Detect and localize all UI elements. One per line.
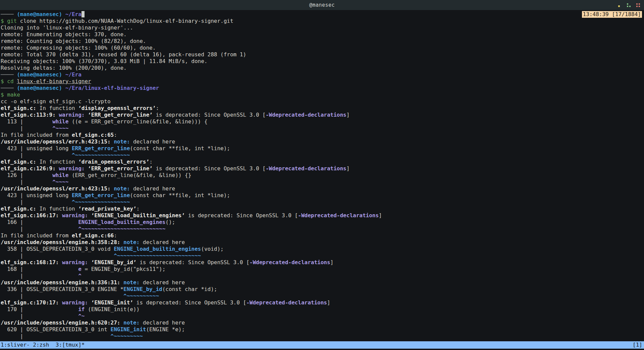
terminal-text-segment: (const char **file, int *line); (130, 192, 230, 198)
terminal-text-segment (88, 299, 91, 306)
terminal-text-segment: -Wdeprecated-declarations (266, 165, 346, 172)
terminal-text-segment (120, 279, 123, 286)
terminal-text-segment: Cloning into 'linux-elf-binary-signer'..… (1, 24, 133, 31)
terminal-line: /usr/include/openssl/err.h:423:15: note:… (1, 185, 644, 192)
terminal-text-segment: note: (123, 279, 140, 286)
terminal-line: 113 | while ((e = ERR_get_error_line(&fi… (1, 118, 644, 125)
terminal-text-segment (4, 18, 7, 24)
terminal-text-segment: declared here (130, 138, 175, 145)
terminal-window: @manesec ──── (mane@manesec) ~/Era $ git… (0, 0, 644, 350)
terminal-text-segment: $ (1, 92, 4, 98)
terminal-line: | ^~~~~~~~~~~~~~~~~~ (1, 152, 644, 159)
terminal-line: 336 | OSSL_DEPRECATEDIN_3_0 ENGINE *ENGI… (1, 286, 644, 293)
terminal-text-segment: declared here (140, 279, 185, 286)
terminal-text-segment: while (52, 172, 68, 178)
terminal-text-segment: 166 | (1, 219, 78, 225)
terminal-text-segment (56, 165, 59, 172)
terminal-line: 423 | unsigned long ERR_get_error_line(c… (1, 192, 644, 199)
terminal-text-segment: (ENGINE *e); (146, 326, 185, 333)
terminal-line: | ^ (1, 273, 644, 279)
minimize-icon[interactable] (618, 3, 621, 7)
terminal-text-segment: ^~~~~~~~~~~ (123, 293, 159, 299)
terminal-text-segment (4, 78, 7, 84)
terminal-text-segment: ] (346, 112, 350, 118)
terminal-line: $ git clone https://github.com/NUAA-Watc… (1, 18, 644, 24)
terminal-text-segment: (ERR_get_error_line(&file, &line)) {} (68, 172, 191, 178)
terminal-text-segment: -Wdeprecated-declarations (266, 112, 346, 118)
terminal-line: ──── (mane@manesec) ~/Era (1, 11, 644, 18)
terminal-text-segment: is deprecated: Since OpenSSL 3.0 [ (153, 112, 266, 118)
terminal-text-segment: make (7, 92, 20, 98)
terminal-text-segment: Resolving deltas: 100% (200/200), done. (1, 65, 127, 71)
terminal-line: elf_sign.c:168:17: warning: ‘ENGINE_by_i… (1, 259, 644, 266)
terminal-text-segment: ] (327, 299, 330, 306)
terminal-text-segment: : (137, 206, 140, 212)
terminal-text-segment: ‘display_openssl_errors’ (78, 105, 156, 111)
terminal-text-segment: /usr/include/openssl/engine.h:336:31: (1, 279, 120, 286)
terminal-text-segment: ((e = ERR_get_error_line(&file, &line)))… (68, 118, 207, 125)
terminal-line: /usr/include/openssl/engine.h:336:31: no… (1, 279, 644, 286)
terminal-text-segment: 126 | (1, 172, 52, 178)
terminal-text-segment: ] (330, 259, 334, 266)
close-icon[interactable] (636, 3, 640, 7)
terminal-text-segment: ^~~~~~~~~~~~~~~~~~ (72, 199, 130, 205)
terminal-text-segment: ^~~~~~~~~~~~~~~~~~~~~~~~~~~ (114, 252, 201, 259)
terminal-text-segment: | (1, 125, 52, 131)
terminal-line: 423 | unsigned long ERR_get_error_line(c… (1, 145, 644, 152)
terminal-text-segment: elf_sign.c:166:17: (1, 212, 59, 219)
terminal-text-segment: git (7, 18, 17, 24)
terminal-text-segment: | (1, 333, 111, 339)
terminal-text-segment: ^ (78, 273, 82, 279)
terminal-text-segment: remote: Counting objects: 100% (82/82), … (1, 38, 146, 44)
terminal-line: elf_sign.c: In function ‘display_openssl… (1, 105, 644, 112)
terminal-text-segment: | (1, 313, 78, 319)
maximize-icon[interactable] (627, 3, 631, 7)
terminal-text-segment: is deprecated: Since OpenSSL 3.0 [ (133, 299, 246, 306)
terminal-text-segment (111, 138, 114, 145)
terminal-line: 126 | while (ERR_get_error_line(&file, &… (1, 172, 644, 179)
terminal-line: ──── (mane@manesec) ~/Era (1, 71, 644, 78)
terminal-line: elf_sign.c:113:9: warning: ‘ERR_get_erro… (1, 112, 644, 118)
terminal-line: remote: Counting objects: 100% (82/82), … (1, 38, 644, 45)
terminal-text-segment: In file included from (1, 232, 72, 239)
terminal-text-segment: cd (7, 78, 13, 84)
terminal-line: | ^~~~~~~~~~ (1, 333, 644, 340)
terminal-text-segment: 423 | unsigned long (1, 145, 72, 152)
terminal-text-segment: -Wdeprecated-declarations (298, 212, 379, 219)
terminal-text-segment (111, 185, 114, 192)
terminal-text-segment: is deprecated: Since OpenSSL 3.0 [ (185, 212, 298, 219)
terminal-line: $ make (1, 92, 644, 98)
terminal-text-segment: $ (1, 18, 4, 24)
terminal-pane[interactable]: ──── (mane@manesec) ~/Era $ git clone ht… (0, 10, 644, 341)
terminal-output: ──── (mane@manesec) ~/Era $ git clone ht… (1, 11, 644, 340)
terminal-text-segment: (const char **file, int *line); (130, 145, 230, 152)
terminal-line: 168 | e = ENGINE_by_id("pkcs11"); (1, 266, 644, 273)
terminal-text-segment (59, 212, 62, 219)
terminal-text-segment (56, 112, 59, 118)
terminal-text-segment: | (1, 199, 72, 205)
terminal-line: | ^~~~~ (1, 125, 644, 132)
terminal-text-segment: /usr/include/openssl/err.h:423:15: (1, 138, 111, 145)
terminal-text-segment (88, 212, 91, 219)
terminal-text-segment: /usr/include/openssl/engine.h:620:27: (1, 319, 120, 326)
terminal-line: cc -o elf-sign elf_sign.c -lcrypto (1, 98, 644, 105)
terminal-text-segment: ^~~~~ (52, 125, 68, 131)
terminal-text-segment: | (1, 152, 72, 158)
terminal-text-segment: In function (36, 206, 78, 212)
terminal-text-segment (120, 239, 123, 245)
terminal-text-segment: elf_sign.c: (1, 105, 36, 111)
terminal-text-segment: warning: (59, 165, 85, 172)
terminal-text-segment: : (114, 232, 117, 239)
terminal-text-segment: ‘ENGINE_by_id’ (91, 259, 137, 266)
terminal-text-segment: ──── (1, 11, 17, 17)
terminal-text-segment: ENGINE_by_id (123, 286, 162, 292)
terminal-text-segment: | (1, 252, 114, 259)
terminal-text-segment: 620 | OSSL_DEPRECATEDIN_3_0 int (1, 326, 111, 333)
tmux-window-list[interactable]: 1:sliver- 2:zsh 3:[tmux]* (1, 341, 85, 349)
terminal-text-segment (62, 71, 65, 78)
terminal-text-segment: ^~~~~~~~~~ (111, 333, 143, 339)
terminal-text-segment: elf_sign.c: (1, 159, 36, 165)
terminal-line: | ^~ (1, 313, 644, 319)
terminal-text-segment: (ENGINE_init(e)) (85, 306, 140, 312)
terminal-text-segment: -Wdeprecated-declarations (246, 299, 327, 306)
